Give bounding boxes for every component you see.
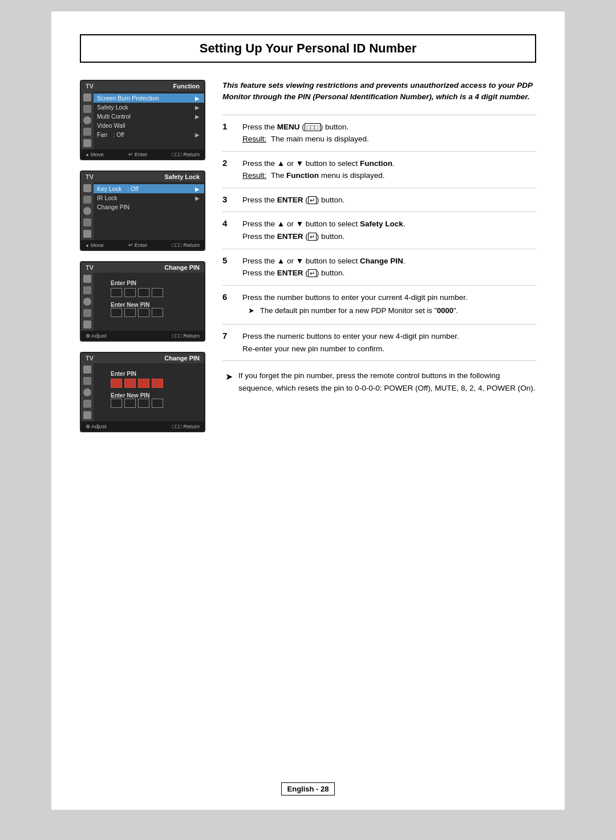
panel1-row-3: Multi Control ▶ — [94, 112, 204, 121]
step-1-content: Press the MENU (□□□) button. Result: The… — [242, 121, 536, 145]
new-pin-box-a3 — [138, 399, 149, 408]
panel3-enter-pin-boxes — [111, 288, 198, 297]
icon-speaker2 — [83, 218, 91, 226]
pin-box-1 — [111, 288, 122, 297]
note-text: If you forget the pin number, press the … — [238, 370, 536, 394]
panel1-footer: ⬥ Move ↵ Enter □□□ Return — [81, 149, 204, 159]
footer-adjust3: ⊕ Adjust — [86, 332, 107, 339]
pin-box-2 — [124, 288, 136, 297]
panel2-header: TV Safety Lock — [81, 172, 204, 182]
panel2-tv-label: TV — [86, 173, 94, 180]
panel4-enter-new-pin-label: Enter New PIN — [111, 392, 198, 399]
left-column: TV Function Screen Burn Protection — [80, 80, 205, 443]
footer-adjust4: ⊕ Adjust — [86, 423, 107, 429]
panel3-pin-block: Enter PIN Enter New PIN — [94, 277, 204, 320]
step-2-content: Press the ▲ or ▼ button to select Functi… — [242, 157, 536, 182]
footer-move: ⬥ Move — [86, 151, 104, 157]
new-pin-box-1 — [111, 308, 122, 317]
icon-speaker — [83, 128, 91, 136]
panel1-row-1: Screen Burn Protection ▶ — [94, 94, 204, 103]
new-pin-box-a4 — [152, 399, 163, 408]
note-arrow: ➤ — [225, 370, 233, 394]
intro-text: This feature sets viewing restrictions a… — [222, 80, 536, 103]
icon-shield2 — [83, 184, 91, 192]
panel3-header: TV Change PIN — [81, 262, 204, 273]
active-pin-box-2 — [124, 379, 136, 388]
footer-return: □□□ Return — [172, 151, 200, 157]
page-title: Setting Up Your Personal ID Number — [80, 34, 536, 63]
panel4-menu-title: Change PIN — [164, 355, 200, 362]
panel3-new-pin-boxes — [111, 308, 198, 317]
icon-power — [83, 139, 91, 147]
step-2: 2 Press the ▲ or ▼ button to select Func… — [222, 151, 536, 188]
panel1-menu-title: Function — [173, 83, 200, 90]
icon-shield — [83, 94, 91, 102]
icon-speaker3 — [83, 309, 91, 317]
icon-speaker4 — [83, 400, 91, 408]
panel4-footer: ⊕ Adjust □□□ Return — [81, 421, 204, 431]
panel2-row-3: Change PIN — [94, 202, 204, 212]
panel3-menu-title: Change PIN — [164, 264, 200, 271]
step-7-content: Press the numeric buttons to enter your … — [242, 330, 536, 355]
footer-return4: □□□ Return — [172, 423, 200, 429]
panel4-enter-pin-label: Enter PIN — [111, 371, 198, 377]
step-2-num: 2 — [222, 157, 234, 168]
icon-power3 — [83, 320, 91, 328]
subnote-text: The default pin number for a new PDP Mon… — [260, 305, 458, 316]
pin-box-3 — [138, 288, 149, 297]
panel3-tv-label: TV — [86, 264, 94, 271]
icon-shield3 — [83, 275, 91, 283]
panel3-enter-new-pin-label: Enter New PIN — [111, 302, 198, 308]
active-pin-box-4 — [152, 379, 163, 388]
step-3-num: 3 — [222, 194, 234, 204]
step-7: 7 Press the numeric buttons to enter you… — [222, 324, 536, 361]
step-6-num: 6 — [222, 291, 234, 302]
footer-page-number: English - 28 — [281, 782, 335, 796]
panel2-rows: Key Lock : Off ▶ IR Lock ▶ Change PIN — [94, 182, 204, 240]
panel2-row-1: Key Lock : Off ▶ — [94, 184, 204, 193]
icon-monitor — [83, 105, 91, 113]
content-area: TV Function Screen Burn Protection — [80, 80, 536, 443]
step-5-content: Press the ▲ or ▼ button to select Change… — [242, 255, 536, 279]
subnote-arrow: ➤ — [248, 305, 254, 316]
tv-panel-safety-lock: TV Safety Lock Key Lock : Off ▶ — [80, 171, 205, 251]
panel4-header: TV Change PIN — [81, 353, 204, 363]
step-6-content: Press the number buttons to enter your c… — [242, 291, 536, 318]
step-1-result-label: Result: — [242, 133, 266, 145]
steps-list: 1 Press the MENU (□□□) button. Result: T… — [222, 115, 536, 362]
panel2-footer: ⬥ Move ↵ Enter □□□ Return — [81, 240, 204, 250]
note-block: ➤ If you forget the pin number, press th… — [222, 361, 536, 397]
panel2-menu-title: Safety Lock — [164, 173, 200, 180]
step-4: 4 Press the ▲ or ▼ button to select Safe… — [222, 212, 536, 248]
panel2-side-icons — [81, 182, 94, 240]
panel3-footer: ⊕ Adjust □□□ Return — [81, 331, 204, 340]
step-5-num: 5 — [222, 255, 234, 265]
icon-circle — [83, 116, 91, 124]
footer-enter2: ↵ Enter — [128, 242, 147, 248]
step-4-num: 4 — [222, 218, 234, 228]
footer-return2: □□□ Return — [172, 242, 200, 248]
active-pin-box-1 — [111, 379, 122, 388]
step-5: 5 Press the ▲ or ▼ button to select Chan… — [222, 249, 536, 285]
step-2-result-label: Result: — [242, 169, 266, 182]
icon-power4 — [83, 411, 91, 419]
right-column: This feature sets viewing restrictions a… — [222, 80, 536, 443]
panel4-enter-pin-boxes — [111, 379, 198, 388]
icon-circle2 — [83, 207, 91, 215]
step-6: 6 Press the number buttons to enter your… — [222, 285, 536, 324]
panel2-body-wrapper: Key Lock : Off ▶ IR Lock ▶ Change PIN — [81, 182, 204, 240]
new-pin-box-a2 — [124, 399, 136, 408]
icon-circle3 — [83, 298, 91, 306]
panel1-tv-label: TV — [86, 83, 94, 90]
panel4-new-pin-boxes — [111, 399, 198, 408]
new-pin-box-2 — [124, 308, 136, 317]
tv-panel-change-pin-filled: TV Change PIN Enter PIN — [80, 352, 205, 432]
icon-monitor3 — [83, 286, 91, 294]
new-pin-box-a1 — [111, 399, 122, 408]
footer-move2: ⬥ Move — [86, 242, 104, 248]
panel3-enter-pin-label: Enter PIN — [111, 280, 198, 286]
footer-return3: □□□ Return — [172, 332, 200, 339]
step-6-subnote: ➤ The default pin number for a new PDP M… — [242, 303, 536, 318]
panel4-pin-area: Enter PIN Enter New PIN — [94, 363, 204, 421]
tv-panel-change-pin-empty: TV Change PIN Enter PIN — [80, 261, 205, 342]
